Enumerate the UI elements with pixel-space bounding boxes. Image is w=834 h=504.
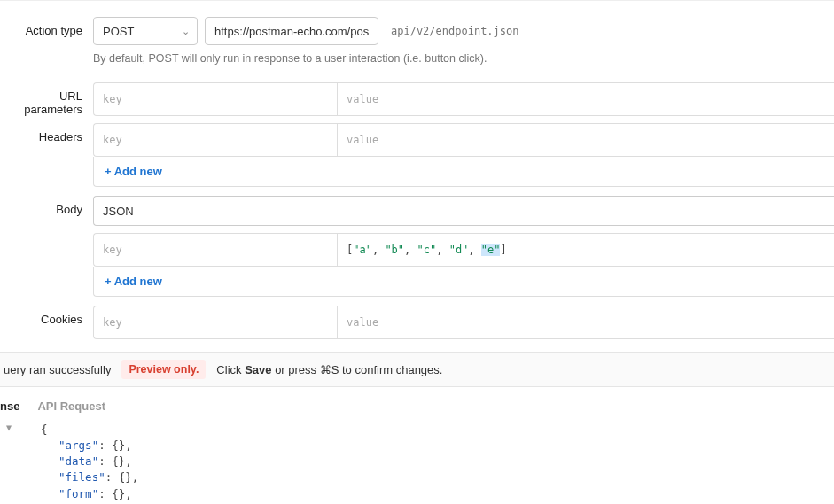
cookie-key-input[interactable] — [103, 306, 328, 338]
table-row — [94, 124, 834, 156]
body-add-new-button[interactable]: + Add new — [93, 267, 834, 297]
tab-response[interactable]: nse — [0, 399, 19, 413]
table-row — [94, 83, 834, 115]
table-row: ["a", "b", "c", "d", "e"] — [94, 234, 834, 266]
action-type-label: Action type — [0, 17, 93, 37]
response-json-viewer: ▼{ "args": {}, "data": {}, "files": {}, … — [0, 422, 834, 504]
header-key-input[interactable] — [103, 124, 328, 156]
cookies-table — [93, 306, 834, 339]
headers-table — [93, 123, 834, 157]
cookie-value-input[interactable] — [347, 306, 825, 338]
tab-api-request[interactable]: API Request — [37, 399, 105, 413]
body-json-value: ["a", "b", "c", "d", "e"] — [347, 244, 507, 256]
headers-add-new-button[interactable]: + Add new — [93, 157, 834, 187]
response-tabs: nse API Request — [0, 387, 834, 422]
save-hint-text: Click Save or press ⌘S to confirm change… — [216, 363, 442, 376]
method-select-value: POST — [103, 25, 134, 38]
body-value-cell[interactable]: ["a", "b", "c", "d", "e"] — [338, 234, 834, 266]
status-bar: uery ran successfully Preview only. Clic… — [0, 352, 834, 387]
body-table: ["a", "b", "c", "d", "e"] — [93, 233, 834, 267]
preview-only-badge: Preview only. — [121, 360, 206, 379]
body-format-select[interactable]: JSON — [93, 196, 834, 226]
url-param-value-input[interactable] — [347, 83, 825, 115]
base-url-input[interactable] — [205, 17, 378, 45]
headers-label: Headers — [0, 123, 93, 143]
body-key-input[interactable] — [103, 234, 328, 266]
body-label: Body — [0, 196, 93, 216]
method-hint: By default, POST will only run in respon… — [93, 52, 834, 65]
cookies-label: Cookies — [0, 306, 93, 326]
url-param-key-input[interactable] — [103, 83, 328, 115]
json-toggle-icon[interactable]: ▼ — [4, 422, 14, 438]
method-select[interactable]: POST ⌄ — [93, 17, 198, 45]
header-value-input[interactable] — [347, 124, 825, 156]
url-params-table — [93, 82, 834, 116]
url-params-label: URL parameters — [0, 82, 93, 116]
status-success-text: uery ran successfully — [4, 363, 111, 376]
table-row — [94, 306, 834, 338]
chevron-down-icon: ⌄ — [182, 26, 190, 37]
path-input[interactable] — [386, 17, 834, 45]
